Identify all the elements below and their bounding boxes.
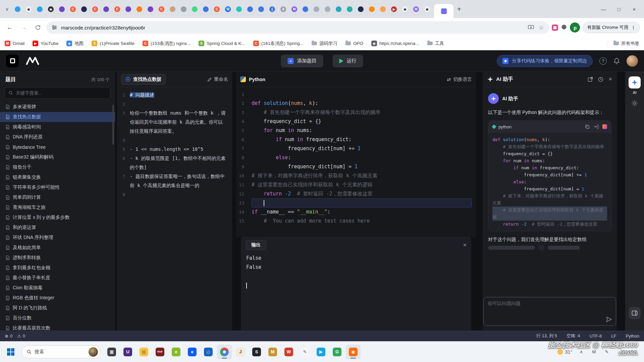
bookmark-item[interactable]: 源码学习 bbox=[312, 41, 337, 47]
taskbar-app-icon[interactable]: J bbox=[233, 345, 248, 359]
taskbar-app-icon[interactable]: ◉ bbox=[346, 345, 361, 359]
sidebar-item[interactable]: 最小替换子串长度 bbox=[0, 273, 115, 283]
ai-chat-input[interactable] bbox=[483, 297, 616, 326]
back-button[interactable]: ← bbox=[4, 22, 15, 33]
app-logo-icon[interactable] bbox=[6, 55, 19, 67]
tab-favicon[interactable] bbox=[81, 6, 87, 12]
status-item[interactable]: Python bbox=[626, 333, 639, 339]
tab-favicon[interactable]: C bbox=[214, 6, 220, 12]
sidebar-item[interactable]: 猫鱼分干 bbox=[0, 162, 115, 172]
tab-favicon[interactable]: M bbox=[413, 6, 419, 12]
tab-favicon[interactable] bbox=[192, 6, 198, 12]
problem-title-tab[interactable]: 查找热点数据 bbox=[121, 74, 166, 85]
taskbar-clock[interactable]: 2024/9/1 bbox=[616, 349, 637, 354]
tab-favicon[interactable] bbox=[59, 6, 65, 12]
ai-close-icon[interactable]: × bbox=[608, 76, 612, 83]
sidebar-item[interactable]: 计算位置 x 到 y 的最多步数 bbox=[0, 213, 115, 223]
user-avatar[interactable] bbox=[627, 55, 638, 67]
warnings-indicator[interactable]: ⚠ 0 bbox=[17, 334, 25, 339]
tab-favicon[interactable] bbox=[347, 6, 353, 12]
ime-icon[interactable]: M bbox=[590, 348, 598, 356]
sidebar-item[interactable]: 字符串有多少种可能性 bbox=[0, 182, 115, 192]
tab-favicon[interactable] bbox=[380, 6, 386, 12]
switch-language-button[interactable]: ⇄ 切换语言 bbox=[447, 76, 472, 82]
tab-favicon[interactable]: C bbox=[114, 6, 120, 12]
sidebar-item[interactable]: 及格如此简单 bbox=[0, 243, 115, 253]
taskbar-app-icon[interactable]: ▦ bbox=[104, 345, 119, 359]
errors-indicator[interactable]: ⊗ 0 bbox=[5, 334, 12, 339]
new-tab-button[interactable]: + bbox=[453, 3, 465, 15]
tab-favicon[interactable] bbox=[303, 6, 308, 12]
bookmark-item[interactable]: S(1)Private Seafile bbox=[92, 41, 135, 46]
code-area[interactable]: 12def solution(nums, k):3 # 首先创建一个字典来存储每… bbox=[236, 87, 476, 228]
ai-chat-textarea[interactable] bbox=[488, 301, 612, 317]
extension-secondary-icon[interactable] bbox=[631, 100, 638, 107]
sidebar-item[interactable]: 和的逆运算 bbox=[0, 223, 115, 233]
tab-favicon[interactable] bbox=[369, 6, 375, 12]
tab-favicon[interactable]: M bbox=[291, 6, 297, 12]
sidebar-item[interactable]: DNA 序列还原 bbox=[0, 132, 115, 142]
bookmark-item[interactable]: C(161条消息) Spring... bbox=[253, 41, 304, 47]
status-item[interactable]: 空格: 4 bbox=[567, 333, 580, 339]
close-button[interactable]: × bbox=[627, 2, 642, 16]
rename-button[interactable]: 重命名 bbox=[207, 76, 228, 82]
sidebar-item[interactable]: Base32 编码和解码 bbox=[0, 152, 115, 162]
tab-favicon[interactable] bbox=[170, 6, 175, 12]
bookmark-item[interactable]: 工具 bbox=[427, 41, 444, 47]
status-item[interactable]: 行 13, 列 5 bbox=[536, 333, 557, 339]
refresh-button[interactable] bbox=[32, 22, 44, 33]
sidebar-item[interactable]: 阿 D 的飞行路线 bbox=[0, 303, 115, 313]
history-icon[interactable] bbox=[598, 77, 603, 82]
tab-favicon[interactable] bbox=[181, 6, 186, 12]
sidebar-item[interactable]: Cion 勒索病毒 bbox=[0, 283, 115, 293]
profile-avatar[interactable]: p bbox=[570, 22, 580, 33]
tray-chevron-icon[interactable]: ∧ bbox=[578, 348, 585, 356]
extension-icon[interactable] bbox=[552, 24, 558, 31]
sidebar-item[interactable]: 拿到最多红包金额 bbox=[0, 263, 115, 273]
sidebar-item[interactable]: 病毒感染时间 bbox=[0, 122, 115, 132]
ai-extension-icon[interactable] bbox=[629, 76, 641, 88]
sidebar-item[interactable]: 链表聚集交换 bbox=[0, 172, 115, 182]
marscode-logo-icon[interactable] bbox=[25, 57, 40, 65]
tab-favicon[interactable]: 知 bbox=[225, 6, 231, 12]
tab-favicon[interactable]: ◉ bbox=[48, 6, 54, 12]
extensions-puzzle-icon[interactable] bbox=[561, 24, 567, 31]
tab-favicon[interactable] bbox=[125, 6, 131, 12]
tab-favicon[interactable]: C bbox=[70, 6, 76, 12]
taskbar-app-icon[interactable]: ✎ bbox=[298, 345, 312, 359]
taskbar-app-icon[interactable]: ◇ bbox=[201, 345, 216, 359]
sidebar-item[interactable]: RGB 色值转 Integer bbox=[0, 293, 115, 303]
send-icon[interactable] bbox=[606, 316, 612, 322]
bookmark-item[interactable]: C(153条消息) nginx... bbox=[143, 41, 191, 47]
tab-favicon[interactable]: ◉ bbox=[402, 6, 408, 12]
bookmark-item[interactable]: SSpring Cloud & K... bbox=[199, 41, 245, 46]
taskbar-app-icon[interactable]: PDF bbox=[153, 345, 167, 359]
share-banner[interactable]: ◆ 分享代码练习体验，领限量定制周边 bbox=[497, 55, 593, 67]
taskbar-app-icon[interactable]: ▶ bbox=[314, 345, 328, 359]
sidebar-item[interactable]: 百分位数 bbox=[0, 313, 115, 323]
tab-favicon[interactable] bbox=[148, 6, 153, 12]
collapse-panel-button[interactable] bbox=[629, 307, 641, 319]
tab-favicon[interactable] bbox=[258, 6, 264, 12]
active-tab[interactable] bbox=[434, 4, 453, 18]
sidebar-item[interactable]: 青海湖租车之旅 bbox=[0, 202, 115, 213]
minimize-button[interactable]: — bbox=[596, 2, 611, 16]
taskbar-app-icon[interactable]: S bbox=[249, 345, 264, 359]
taskbar-app-icon[interactable]: G bbox=[330, 345, 344, 359]
site-info-icon[interactable] bbox=[52, 25, 57, 30]
sidebar-item[interactable]: Bytedance Tree bbox=[0, 142, 115, 152]
tab-favicon[interactable] bbox=[15, 6, 20, 12]
insert-code-icon[interactable] bbox=[594, 124, 598, 129]
weather-widget[interactable]: 31° bbox=[557, 349, 572, 355]
tab-search-button[interactable]: ∨ bbox=[2, 4, 12, 14]
taskbar-app-icon[interactable]: M bbox=[265, 345, 280, 359]
ai-code-body[interactable]: def solution(nums, k): # 首先创建一个字典来存储每个数字… bbox=[488, 133, 611, 231]
tab-favicon[interactable]: C bbox=[159, 6, 164, 12]
output-close-icon[interactable]: × bbox=[463, 242, 467, 249]
taskbar-app-icon[interactable]: e bbox=[185, 345, 200, 359]
taskbar-search[interactable]: 搜索 bbox=[21, 346, 100, 358]
output-tab[interactable]: 输出 bbox=[246, 240, 266, 250]
tab-favicon[interactable] bbox=[325, 6, 330, 12]
start-button[interactable] bbox=[3, 345, 18, 359]
pen-icon[interactable]: ✎ bbox=[603, 348, 610, 356]
